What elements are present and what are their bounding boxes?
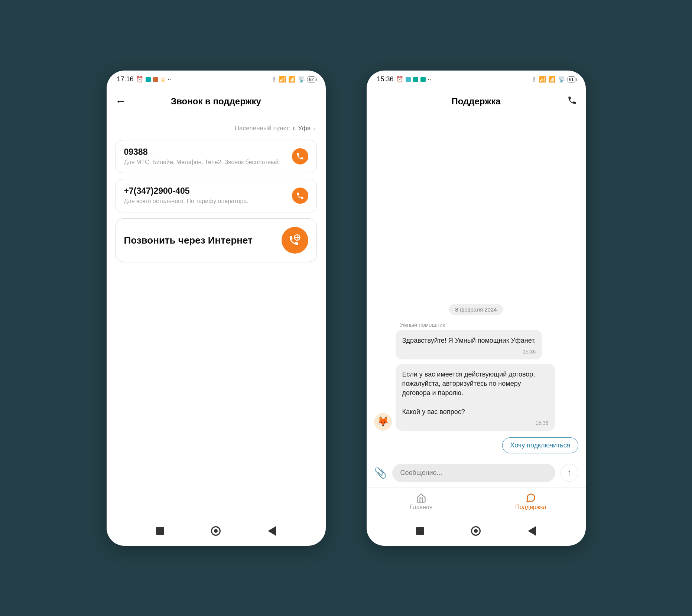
arrow-up-icon: ↑ — [567, 468, 571, 478]
home-button[interactable] — [471, 526, 481, 536]
message-text: Здравствуйте! Я Умный помощник Уфанет. — [402, 336, 536, 345]
message-row: Здравствуйте! Я Умный помощник Уфанет. 1… — [374, 330, 578, 359]
status-bar: 17:16 ⏰ ◎ ·· ᛒ 📶 📶 📡 52 — [107, 71, 326, 88]
tab-label: Главная — [410, 504, 433, 511]
location-selector[interactable]: Населенный пункт: г. Уфа › — [116, 114, 317, 140]
app-icon — [146, 77, 151, 82]
battery-icon: 61 — [568, 76, 575, 82]
message-time: 15:36 — [402, 348, 536, 356]
call-button[interactable] — [292, 188, 308, 204]
signal-icon: 📶 — [288, 76, 296, 83]
app-header: ← Звонок в поддержку — [107, 88, 326, 114]
alarm-icon: ⏰ — [136, 76, 143, 83]
tab-home[interactable]: Главная — [367, 488, 476, 516]
page-title: Звонок в поддержку — [107, 96, 326, 107]
status-time: 15:36 — [377, 75, 394, 83]
home-button[interactable] — [211, 526, 221, 536]
bot-avatar: 🦊 — [374, 413, 392, 431]
phone-call-support: 17:16 ⏰ ◎ ·· ᛒ 📶 📶 📡 52 ← Звонок в подде… — [107, 71, 326, 546]
call-button[interactable] — [292, 148, 308, 164]
more-icon: ·· — [428, 76, 431, 83]
app-icon — [406, 77, 411, 82]
bottom-tab-bar: Главная Поддержка — [367, 487, 586, 516]
wifi-icon: 📡 — [558, 76, 565, 83]
phone-number: 09388 — [124, 147, 286, 157]
date-separator: 8 февраля 2024 — [449, 304, 503, 315]
back-arrow-icon[interactable]: ← — [116, 95, 126, 107]
message-bubble: Здравствуйте! Я Умный помощник Уфанет. 1… — [396, 330, 543, 359]
chat-icon — [526, 493, 536, 503]
phone-support-chat: 15:36 ⏰ ·· ᛒ 📶 📶 📡 61 Поддержка 8 феврал… — [367, 71, 586, 546]
location-value: г. Уфа — [293, 125, 311, 132]
app-icon — [413, 77, 418, 82]
globe-phone-icon — [288, 234, 302, 247]
phone-description: Для всего остального. По тарифу оператор… — [124, 198, 286, 205]
app-icon — [420, 77, 426, 82]
signal-icon: 📶 — [548, 76, 556, 83]
message-time: 15:36 — [402, 420, 549, 427]
tab-support[interactable]: Поддержка — [476, 488, 586, 516]
signal-icon: 📶 — [539, 76, 546, 83]
chevron-right-icon: › — [313, 125, 315, 133]
app-icon — [153, 77, 158, 82]
home-icon — [416, 493, 426, 503]
recents-button[interactable] — [416, 527, 424, 535]
call-icon[interactable] — [567, 95, 577, 107]
internet-call-card[interactable]: Позвонить через Интернет — [116, 218, 317, 262]
send-button[interactable]: ↑ — [561, 464, 578, 482]
chat-area: 8 февраля 2024 Умный помощник Здравствуй… — [367, 114, 586, 460]
status-bar: 15:36 ⏰ ·· ᛒ 📶 📶 📡 61 — [367, 71, 586, 88]
message-text: Если у вас имеется действующий договор, … — [402, 370, 549, 417]
page-title: Поддержка — [367, 96, 586, 107]
attachment-icon[interactable]: 📎 — [374, 467, 387, 479]
message-input-row: 📎 ↑ — [367, 460, 586, 487]
app-icon: ◎ — [160, 76, 166, 83]
alarm-icon: ⏰ — [396, 76, 403, 83]
message-row: 🦊 Если у вас имеется действующий договор… — [374, 364, 578, 431]
signal-icon: 📶 — [279, 76, 286, 83]
internet-call-title: Позвонить через Интернет — [124, 235, 276, 246]
more-icon: ·· — [168, 76, 171, 83]
quick-reply-chip[interactable]: Хочу подключиться — [502, 437, 578, 453]
phone-number: +7(347)2900-405 — [124, 186, 286, 196]
phone-description: Для МТС, Билайн, Мегафон, Теле2. Звонок … — [124, 159, 286, 166]
tab-label: Поддержка — [515, 504, 546, 511]
back-button[interactable] — [268, 526, 276, 536]
battery-icon: 52 — [308, 76, 315, 82]
call-card-long[interactable]: +7(347)2900-405 Для всего остального. По… — [116, 179, 317, 212]
phone-icon — [296, 152, 304, 160]
system-nav-bar — [107, 516, 326, 546]
message-input[interactable] — [392, 464, 555, 482]
sender-name: Умный помощник — [400, 322, 578, 328]
call-card-short[interactable]: 09388 Для МТС, Билайн, Мегафон, Теле2. З… — [116, 140, 317, 173]
wifi-icon: 📡 — [298, 76, 305, 83]
location-label: Населенный пункт: — [235, 125, 291, 132]
internet-call-button[interactable] — [282, 227, 308, 254]
back-button[interactable] — [528, 526, 536, 536]
bluetooth-icon: ᛒ — [273, 76, 276, 83]
system-nav-bar — [367, 516, 586, 546]
phone-icon — [296, 192, 304, 200]
bluetooth-icon: ᛒ — [533, 76, 536, 83]
app-header: Поддержка — [367, 88, 586, 114]
message-bubble: Если у вас имеется действующий договор, … — [396, 364, 555, 431]
recents-button[interactable] — [156, 527, 164, 535]
status-time: 17:16 — [117, 75, 134, 83]
